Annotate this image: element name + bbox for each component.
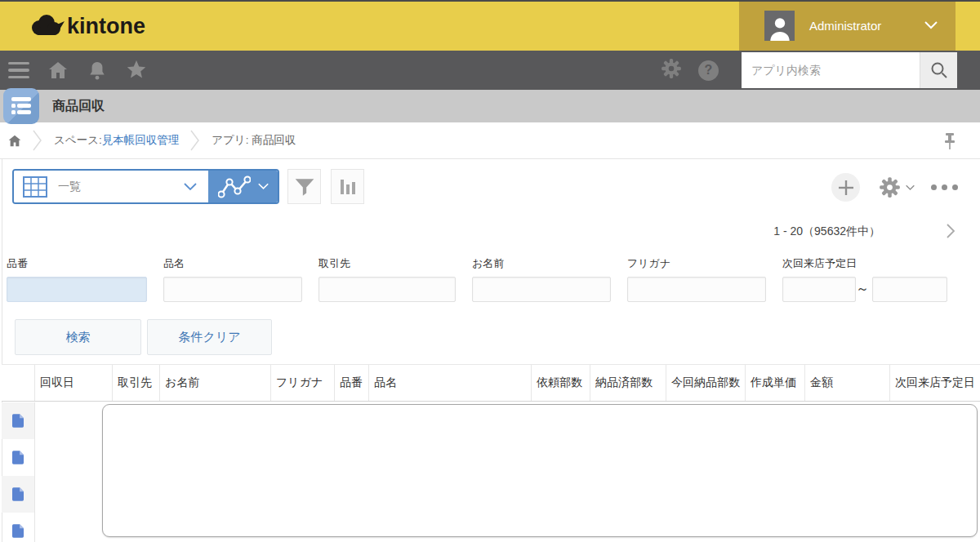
pin-icon[interactable] <box>944 132 956 153</box>
chevron-down-icon <box>258 183 269 190</box>
chevron-right-icon <box>946 224 956 238</box>
chevron-down-icon <box>924 21 938 29</box>
app-title: 商品回収 <box>52 98 105 115</box>
filter-button[interactable] <box>287 169 321 204</box>
hamburger-menu-icon[interactable] <box>8 62 29 78</box>
chart-button[interactable] <box>331 169 364 204</box>
settings-gear-icon[interactable] <box>661 58 682 82</box>
chevron-down-icon <box>184 183 197 191</box>
kintone-cloud-icon <box>28 10 65 42</box>
gear-icon <box>879 176 901 198</box>
record-link[interactable] <box>2 513 35 542</box>
funnel-icon <box>294 176 315 198</box>
breadcrumb-app-crumb: アプリ: 商品回収 <box>212 133 296 148</box>
record-link[interactable] <box>2 402 35 439</box>
bar-chart-icon <box>339 177 357 197</box>
document-icon <box>12 451 24 464</box>
favorites-star-icon[interactable] <box>126 60 147 80</box>
home-icon[interactable] <box>47 60 69 80</box>
plus-icon <box>838 180 854 196</box>
filter-input-date-from[interactable] <box>782 277 856 302</box>
document-icon <box>12 524 24 538</box>
filter-label-hinban: 品番 <box>7 256 28 271</box>
breadcrumb-home-icon[interactable] <box>8 135 21 147</box>
filter-input-furigana[interactable] <box>627 277 766 302</box>
view-selector: 一覧 <box>12 169 279 204</box>
breadcrumb-separator-icon <box>33 129 42 152</box>
record-link[interactable] <box>2 439 35 476</box>
date-range-separator: ～ <box>854 281 871 298</box>
app-search <box>742 52 957 88</box>
line-graph-icon <box>218 175 251 199</box>
header-icon-column <box>2 365 35 401</box>
breadcrumb: スペース: 見本帳回収管理 アプリ: 商品回収 <box>0 122 980 159</box>
filter-input-torihikisaki[interactable] <box>318 277 456 302</box>
column-header[interactable]: 次回来店予定日 <box>890 365 980 401</box>
user-name: Administrator <box>809 19 924 33</box>
record-table-header: 回収日 取引先 お名前 フリガナ 品番 品名 依頼部数 納品済部数 今回納品部数… <box>2 364 980 402</box>
notifications-bell-icon[interactable] <box>87 60 108 80</box>
column-header[interactable]: 金額 <box>805 365 890 401</box>
view-dropdown-label: 一覧 <box>58 180 81 194</box>
filter-input-date-to[interactable] <box>872 277 947 302</box>
filter-label-hinmei: 品名 <box>163 256 185 271</box>
filter-label-furigana: フリガナ <box>627 256 670 271</box>
search-button[interactable]: 検索 <box>15 319 141 355</box>
column-header[interactable]: フリガナ <box>271 365 335 401</box>
clear-conditions-button[interactable]: 条件クリア <box>147 319 272 355</box>
column-header[interactable]: 依頼部数 <box>532 365 590 401</box>
record-link[interactable] <box>2 476 35 513</box>
filter-label-torihikisaki: 取引先 <box>318 256 350 271</box>
filter-input-hinban[interactable] <box>7 277 147 302</box>
filter-label-onamae: お名前 <box>472 256 504 271</box>
global-header: kintone Administrator <box>0 0 980 51</box>
breadcrumb-space-link[interactable]: 見本帳回収管理 <box>102 133 180 148</box>
app-title-bar: 商品回収 <box>0 90 980 122</box>
column-header[interactable]: 取引先 <box>113 365 160 401</box>
empty-popup-overlay <box>102 404 978 537</box>
add-record-button[interactable] <box>831 173 860 202</box>
column-header[interactable]: お名前 <box>160 365 271 401</box>
kintone-logo[interactable]: kintone <box>28 10 145 42</box>
column-header[interactable]: 品名 <box>369 365 532 401</box>
document-icon <box>12 487 24 501</box>
column-header[interactable]: 納品済部数 <box>590 365 666 401</box>
kintone-app-screen: kintone Administrator <box>0 0 980 542</box>
filter-input-hinmei[interactable] <box>163 277 302 302</box>
document-icon <box>12 414 24 428</box>
app-search-input[interactable] <box>742 52 920 88</box>
table-view-icon <box>23 176 47 198</box>
breadcrumb-separator-icon <box>190 129 200 152</box>
column-header[interactable]: 今回納品部数 <box>666 365 746 401</box>
view-dropdown[interactable]: 一覧 <box>14 171 208 202</box>
app-icon[interactable] <box>3 88 39 124</box>
chevron-down-icon <box>906 184 915 191</box>
logo-text: kintone <box>67 14 145 39</box>
user-menu[interactable]: Administrator <box>739 0 956 51</box>
search-icon <box>929 60 949 80</box>
pagination-range: 1 - 20（95632件中） <box>773 224 880 239</box>
column-header[interactable]: 回収日 <box>35 365 113 401</box>
column-header[interactable]: 作成単価 <box>746 365 805 401</box>
search-submit-button[interactable] <box>920 52 957 88</box>
view-settings-button[interactable] <box>879 176 915 198</box>
breadcrumb-space-prefix: スペース: <box>54 133 102 148</box>
filter-label-next-visit-date: 次回来店予定日 <box>782 256 857 271</box>
person-icon <box>768 15 792 41</box>
help-icon[interactable]: ? <box>698 60 719 81</box>
pagination-next-button[interactable] <box>946 224 956 242</box>
avatar <box>764 11 795 41</box>
column-header[interactable]: 品番 <box>335 365 369 401</box>
more-options-button[interactable] <box>931 184 958 190</box>
graph-view-button[interactable] <box>208 171 278 202</box>
window-top-edge <box>0 0 980 2</box>
filter-input-onamae[interactable] <box>472 277 611 302</box>
